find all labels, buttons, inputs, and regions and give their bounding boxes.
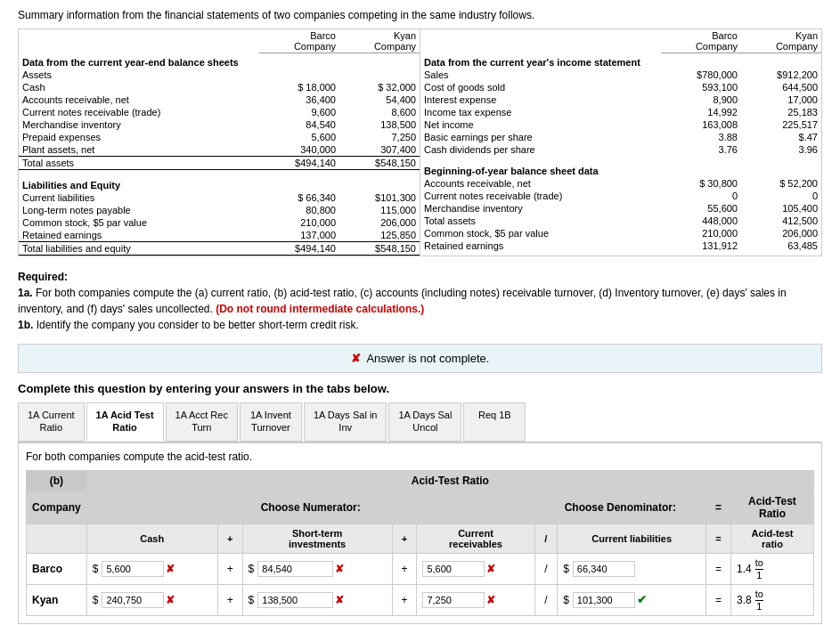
tab-days-sal-inv[interactable]: 1A Days Sal inInv [304, 402, 387, 442]
barco-current-rec-cell: ✘ [417, 553, 534, 584]
cash-kyan: $ 32,000 [339, 81, 420, 93]
beg-cnr-label: Current notes receivable (trade) [420, 190, 661, 202]
tabs-row: 1A CurrentRatio 1A Acid TestRatio 1A Acc… [18, 402, 822, 443]
eps-barco: 3.88 [661, 131, 741, 143]
kyan-denom-cell: $ ✔ [558, 584, 706, 615]
sub-plus2: + [392, 524, 417, 553]
lt-notes-barco: 80,800 [259, 204, 339, 216]
table-row: Common stock, $5 par value 210,000 206,0… [420, 227, 821, 239]
tab-current-ratio[interactable]: 1A CurrentRatio [18, 402, 85, 442]
kyan-short-term-input[interactable] [257, 592, 333, 608]
beg-ar-kyan: $ 52,200 [741, 177, 821, 190]
table-row: Cash $ 18,000 $ 32,000 [19, 81, 420, 93]
left-section2-title: Liabilities and Equity [19, 176, 420, 191]
right-section1-title: Data from the current year's income stat… [420, 53, 821, 69]
sales-kyan: $912,200 [741, 69, 821, 81]
merch-kyan: 138,500 [339, 118, 420, 131]
table-row: Plant assets, net 340,000 307,400 [19, 143, 420, 157]
acid-test-ratio-table: (b) Acid-Test Ratio Company Choose Numer… [26, 470, 814, 616]
right-section2-title: Beginning-of-year balance sheet data [420, 162, 821, 177]
barco-st-dollar: $ [249, 563, 255, 575]
right-header-kyan: KyanCompany [741, 29, 821, 53]
table-row: Prepaid expenses 5,600 7,250 [19, 131, 420, 143]
sub-current-rec: Currentreceivables [417, 524, 534, 553]
ar-label: Accounts receivable, net [19, 93, 259, 106]
tab-days-sal-uncol[interactable]: 1A Days SalUncol [388, 402, 461, 442]
denominator-header: Choose Denominator: [534, 491, 706, 524]
kyan-equals: = [706, 584, 731, 615]
required-label: Required: [18, 271, 68, 283]
total-liab-barco: $494,140 [259, 242, 339, 256]
tab-acct-rec[interactable]: 1A Acct RecTurn [166, 402, 238, 442]
net-income-label: Net income [420, 118, 661, 131]
cogs-barco: 593,100 [661, 81, 741, 93]
sub-plus1: + [217, 524, 242, 553]
table-row: Current notes receivable (trade) 0 0 [420, 190, 821, 202]
tab-invent-turnover[interactable]: 1A InventTurnover [240, 402, 302, 442]
table-row: Income tax expense 14,992 25,183 [420, 106, 821, 118]
barco-short-term-cell: $ ✘ [242, 553, 392, 584]
barco-result-cell: 1.4 to 1 [730, 553, 813, 584]
sales-label: Sales [420, 69, 661, 81]
common-stock-barco: 210,000 [259, 216, 339, 229]
beg-merch-label: Merchandise inventory [420, 202, 661, 215]
total-assets-label: Total assets [19, 157, 259, 170]
kyan-cash-input[interactable] [102, 592, 164, 608]
total-assets-row: Total assets $494,140 $548,150 [19, 157, 420, 170]
beg-total-assets-barco: 448,000 [661, 215, 741, 227]
barco-denom-cell: $ [558, 553, 706, 584]
barco-plus2: + [392, 553, 417, 584]
left-header-kyan: KyanCompany [339, 29, 420, 53]
interest-barco: 8,900 [661, 93, 741, 106]
total-liab-label: Total liabilities and equity [19, 242, 259, 256]
beg-retained-earnings-barco: 131,912 [661, 239, 741, 252]
tax-barco: 14,992 [661, 106, 741, 118]
barco-cr-check-icon: ✘ [486, 563, 495, 575]
barco-cash-check-icon: ✘ [166, 563, 175, 575]
barco-equals: = [706, 553, 731, 584]
tab-req-1b[interactable]: Req 1B [463, 402, 526, 442]
tab-acid-test[interactable]: 1A Acid TestRatio [86, 402, 164, 442]
plant-label: Plant assets, net [19, 143, 259, 157]
tax-kyan: 25,183 [741, 106, 821, 118]
barco-cash-input[interactable] [102, 561, 164, 577]
plant-barco: 340,000 [259, 143, 339, 157]
plant-kyan: 307,400 [339, 143, 420, 157]
acid-test-title: Acid-Test Ratio [86, 470, 813, 491]
kyan-company-label: Kyan [27, 584, 87, 615]
cash-barco: $ 18,000 [259, 81, 339, 93]
barco-short-term-input[interactable] [257, 561, 333, 577]
barco-result-fraction: to 1 [755, 557, 763, 580]
kyan-current-rec-input[interactable] [422, 592, 485, 608]
merch-label: Merchandise inventory [19, 118, 259, 131]
barco-current-rec-input[interactable] [422, 561, 485, 577]
right-header-barco: BarcoCompany [661, 29, 741, 53]
left-section1-title: Data from the current year-end balance s… [19, 53, 420, 69]
kyan-cash-check-icon: ✘ [166, 594, 175, 606]
prepaid-barco: 5,600 [259, 131, 339, 143]
table-row: Cost of goods sold 593,100 644,500 [420, 81, 821, 93]
lt-notes-label: Long-term notes payable [19, 204, 259, 216]
interest-kyan: 17,000 [741, 93, 821, 106]
prepaid-kyan: 7,250 [339, 131, 420, 143]
sales-barco: $780,000 [661, 69, 741, 81]
beg-ar-barco: $ 30,800 [661, 177, 741, 190]
retained-earnings-barco: 137,000 [259, 229, 339, 242]
table-row: Long-term notes payable 80,800 115,000 [19, 204, 420, 216]
result-header: Acid-TestRatio [730, 491, 813, 524]
barco-denom-dollar: $ [563, 563, 569, 575]
cnr-label: Current notes receivable (trade) [19, 106, 259, 118]
beg-total-assets-kyan: 412,500 [741, 215, 821, 227]
total-assets-kyan: $548,150 [339, 157, 420, 170]
kyan-denom-input[interactable] [573, 592, 635, 608]
part1b-label: 1b. [18, 319, 33, 331]
barco-denom-input[interactable] [573, 561, 635, 577]
part1a-label: 1a. [18, 287, 33, 299]
net-income-kyan: 225,517 [741, 118, 821, 131]
beg-common-stock-kyan: 206,000 [741, 227, 821, 239]
table-row: Sales $780,000 $912,200 [420, 69, 821, 81]
kyan-short-term-cell: $ ✘ [242, 584, 392, 615]
beg-retained-earnings-kyan: 63,485 [741, 239, 821, 252]
total-liab-kyan: $548,150 [339, 242, 420, 256]
part1a-bold: (Do not round intermediate calculations.… [216, 303, 424, 315]
